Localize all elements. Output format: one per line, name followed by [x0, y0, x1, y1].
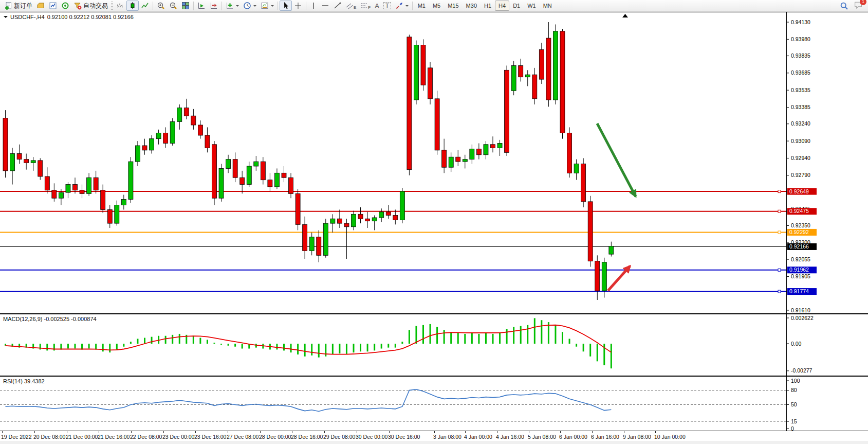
time-axis-label: 4 Jan 00:00 — [464, 434, 492, 440]
price-tick-label: 0.93980 — [791, 36, 810, 42]
timeframe-button-M5[interactable]: M5 — [429, 1, 444, 11]
timeframe-button-W1[interactable]: W1 — [524, 1, 540, 11]
text-label-button[interactable]: T — [381, 1, 393, 11]
time-axis-tick — [434, 431, 435, 433]
time-axis-label: 5 Jan 08:00 — [528, 434, 556, 440]
text-button[interactable]: A — [373, 1, 381, 11]
price-tick-label: 0.92350 — [791, 222, 810, 228]
chart-title[interactable]: USDCHF-,H4 0.92100 0.92212 0.92081 0.921… — [4, 14, 134, 20]
price-tick-label: 0.93090 — [791, 138, 810, 144]
candle-body — [135, 146, 140, 162]
candle-body — [52, 190, 57, 199]
rsi-tick-label: 50 — [791, 401, 797, 407]
search-button[interactable] — [838, 1, 851, 11]
timeframe-button-M30[interactable]: M30 — [463, 1, 481, 11]
time-axis-label: 3 Jan 08:00 — [433, 434, 461, 440]
candle-body — [274, 173, 279, 187]
bar-chart-button[interactable] — [114, 1, 126, 11]
timeframe-button-M1[interactable]: M1 — [414, 1, 429, 11]
candle-body — [115, 205, 119, 224]
chart-shift-button[interactable] — [208, 1, 220, 11]
timeframe-group: M1M5M15M30H1H4D1W1MN — [414, 1, 556, 11]
time-axis-label: 6 Jan 16:00 — [591, 434, 619, 440]
time-axis-tick — [292, 431, 292, 433]
symbol-period-label: USDCHF-,H4 — [10, 14, 45, 20]
templates-button[interactable] — [258, 1, 276, 11]
rsi-panel-canvas[interactable]: 1008050150 — [0, 376, 868, 431]
indicators-button[interactable] — [224, 1, 241, 11]
price-level-badge-label: 0.92292 — [789, 229, 809, 235]
rsi-indicator-label: RSI(14) 39.4382 — [3, 378, 45, 384]
candle-body — [491, 145, 495, 148]
price-chart-canvas[interactable]: 0.941300.939800.938350.936850.935350.933… — [0, 12, 868, 314]
candle-body — [254, 162, 258, 166]
time-axis-tick — [592, 431, 593, 433]
candle-body — [400, 191, 404, 220]
zoom-in-button[interactable] — [155, 1, 167, 11]
candle-body — [94, 177, 98, 190]
arrows-button[interactable] — [393, 1, 411, 11]
chart-profiles-icon — [36, 2, 45, 10]
chat-button[interactable]: 1 — [854, 1, 863, 11]
candle-body — [476, 149, 481, 155]
auto-trading-label: 自动交易 — [83, 2, 108, 10]
tile-windows-button[interactable] — [179, 1, 192, 11]
candle-body — [560, 31, 565, 133]
template-icon — [261, 2, 269, 10]
new-order-button[interactable]: 新订单 — [2, 1, 34, 11]
candle-body — [352, 214, 356, 226]
time-axis-tick — [34, 431, 35, 433]
candle-body — [73, 185, 78, 190]
periods-button[interactable] — [241, 1, 258, 11]
equidistant-channel-button[interactable]: E — [344, 1, 358, 11]
cursor-button[interactable] — [280, 1, 292, 11]
line-chart-button[interactable] — [139, 1, 151, 11]
symbol-dropdown-icon — [4, 16, 8, 20]
new-order-label: 新订单 — [14, 2, 32, 10]
market-watch-button[interactable] — [47, 1, 59, 11]
zoom-in-icon — [157, 2, 165, 10]
rsi-tick-label: 0 — [791, 425, 794, 432]
vertical-line-button[interactable] — [308, 1, 319, 11]
toolbar-separator — [306, 2, 306, 10]
candle-body — [191, 116, 196, 125]
trendline-button[interactable] — [331, 1, 344, 11]
line-chart-icon — [141, 2, 149, 10]
auto-trading-button[interactable]: 自动交易 — [71, 1, 110, 11]
chevron-down-icon — [405, 5, 409, 8]
candle-body — [386, 212, 391, 216]
time-axis-label: 27 Dec 08:00 — [227, 434, 258, 440]
bar-chart-icon — [116, 2, 124, 10]
candle-body — [435, 99, 439, 150]
candle-body — [567, 133, 572, 173]
price-tick-label: 0.91610 — [791, 307, 810, 313]
crosshair-button[interactable] — [292, 1, 304, 11]
candle-body — [379, 212, 384, 218]
toolbar-grip — [111, 2, 113, 10]
candle-body — [240, 177, 245, 184]
macd-panel-canvas[interactable]: 0.0026220.00-0.00277 — [0, 314, 868, 376]
navigator-icon — [61, 2, 69, 10]
candle-body — [463, 159, 467, 162]
fibonacci-button[interactable]: F — [358, 1, 373, 11]
time-axis-label: 29 Dec 08:00 — [323, 434, 355, 440]
time-axis-tick — [163, 431, 164, 433]
line-handle — [778, 290, 781, 293]
candlestick-chart-button[interactable] — [126, 1, 139, 11]
time-axis-label: 23 Dec 00:00 — [162, 434, 194, 440]
horizontal-line-button[interactable] — [319, 1, 331, 11]
auto-scroll-button[interactable] — [195, 1, 208, 11]
timeframe-button-D1[interactable]: D1 — [509, 1, 524, 11]
timeframe-button-H1[interactable]: H1 — [481, 1, 495, 11]
timeframe-button-M15[interactable]: M15 — [444, 1, 462, 11]
zoom-out-button[interactable] — [167, 1, 179, 11]
annotation-arrow-down[interactable] — [597, 123, 636, 197]
navigator-button[interactable] — [59, 1, 71, 11]
timeframe-button-H4[interactable]: H4 — [495, 1, 509, 11]
price-tick-label: 0.93385 — [791, 104, 810, 110]
chart-profiles-button[interactable] — [34, 1, 47, 11]
time-axis[interactable]: 19 Dec 202220 Dec 08:0021 Dec 00:0021 De… — [0, 431, 868, 444]
timeframe-button-MN[interactable]: MN — [540, 1, 556, 11]
ohlc-values: 0.92100 0.92212 0.92081 0.92166 — [47, 14, 134, 20]
time-axis-label: 28 Dec 16:00 — [291, 434, 323, 440]
